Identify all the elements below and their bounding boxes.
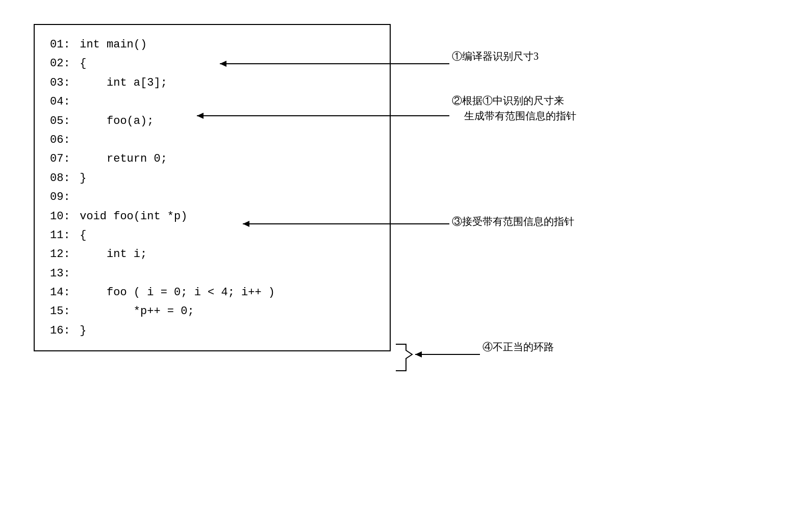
line-num-08: 08:: [50, 169, 73, 188]
code-line-14: 14: foo ( i = 0; i < 4; i++ ): [50, 283, 374, 302]
code-line-03: 03: int a[3];: [50, 73, 374, 92]
line-content-02: {: [73, 54, 86, 73]
ann4-circle: ④: [483, 341, 493, 352]
line-num-13: 13:: [50, 264, 73, 283]
line-content-08: }: [73, 169, 86, 188]
line-num-01: 01:: [50, 35, 73, 54]
annotation-3: ③接受带有范围信息的指针: [452, 214, 574, 229]
annotation-2-text: ②根据①中识别的尺寸来 生成带有范围信息的指针: [452, 93, 576, 123]
ann2-line1: 根据①中识别的尺寸来: [462, 95, 564, 106]
diagram-wrapper: 01: int main() 02: { 03: int a[3]; 04: 0…: [23, 14, 789, 498]
code-box: 01: int main() 02: { 03: int a[3]; 04: 0…: [34, 24, 391, 351]
ann2-line2: 生成带有范围信息的指针: [464, 110, 576, 121]
annotation-3-text: ③接受带有范围信息的指针: [452, 216, 574, 227]
code-line-02: 02: {: [50, 54, 374, 73]
line-num-03: 03:: [50, 73, 73, 92]
code-box-wrapper: 01: int main() 02: { 03: int a[3]; 04: 0…: [34, 24, 391, 351]
annotation-2: ②根据①中识别的尺寸来 生成带有范围信息的指针: [452, 93, 576, 123]
line-num-09: 09:: [50, 188, 73, 207]
line-content-01: int main(): [73, 35, 147, 54]
line-content-11: {: [73, 226, 86, 245]
code-line-15: 15: *p++ = 0;: [50, 302, 374, 321]
brace-lines-14-15: [396, 344, 412, 371]
ann4-text: 不正当的环路: [493, 341, 554, 352]
line-num-05: 05:: [50, 112, 73, 131]
line-content-10: void foo(int *p): [73, 207, 187, 226]
line-num-10: 10:: [50, 207, 73, 226]
annotation-4: ④不正当的环路: [483, 339, 554, 354]
line-num-11: 11:: [50, 226, 73, 245]
code-line-12: 12: int i;: [50, 245, 374, 264]
ann3-text: 接受带有范围信息的指针: [462, 216, 574, 227]
line-num-02: 02:: [50, 54, 73, 73]
line-num-04: 04:: [50, 92, 73, 111]
code-line-06: 06:: [50, 131, 374, 149]
code-line-07: 07: return 0;: [50, 149, 374, 168]
ann3-circle: ③: [452, 216, 462, 227]
code-line-04: 04:: [50, 92, 374, 111]
line-content-03: int a[3];: [73, 73, 167, 92]
line-content-15: *p++ = 0;: [73, 302, 194, 321]
line-num-07: 07:: [50, 149, 73, 168]
line-content-12: int i;: [73, 245, 147, 264]
annotation-4-text: ④不正当的环路: [483, 341, 554, 352]
code-line-08: 08: }: [50, 169, 374, 188]
line-num-14: 14:: [50, 283, 73, 302]
line-num-16: 16:: [50, 321, 73, 340]
code-line-10: 10: void foo(int *p): [50, 207, 374, 226]
annotation-1: ①编译器识别尺寸3: [452, 48, 539, 64]
line-num-15: 15:: [50, 302, 73, 321]
line-content-05: foo(a);: [73, 112, 154, 131]
line-num-12: 12:: [50, 245, 73, 264]
ann2-circle: ②: [452, 95, 462, 106]
arrowhead-4: [415, 351, 422, 357]
line-num-06: 06:: [50, 131, 73, 149]
code-line-13: 13:: [50, 264, 374, 283]
code-line-01: 01: int main(): [50, 35, 374, 54]
code-line-16: 16: }: [50, 321, 374, 340]
line-content-14: foo ( i = 0; i < 4; i++ ): [73, 283, 275, 302]
ann1-text: 编译器识别尺寸3: [462, 50, 539, 62]
line-content-16: }: [73, 321, 86, 340]
annotation-1-text: ①编译器识别尺寸3: [452, 50, 539, 62]
code-line-11: 11: {: [50, 226, 374, 245]
line-content-07: return 0;: [73, 149, 167, 168]
ann1-circle: ①: [452, 50, 462, 62]
code-line-05: 05: foo(a);: [50, 112, 374, 131]
code-line-09: 09:: [50, 188, 374, 207]
